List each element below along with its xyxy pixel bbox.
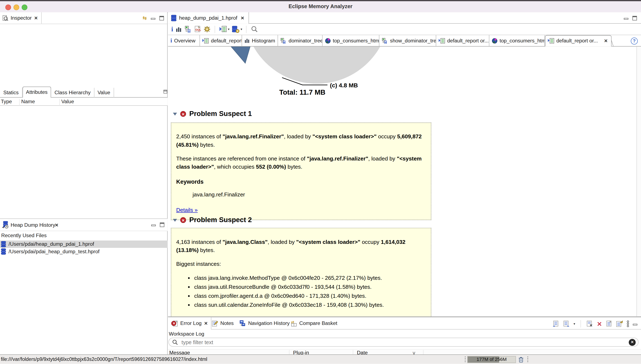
keywords-label: Keywords <box>176 178 426 186</box>
import-log-icon[interactable] <box>563 320 570 327</box>
tab-top-consumers-2[interactable]: top_consumers_html <box>489 35 545 46</box>
tab-default-report-2[interactable]: default_report or... <box>436 35 489 46</box>
suspect-1-box: 2,450 instances of "java.lang.ref.Finali… <box>171 122 431 220</box>
overview-info-icon[interactable]: i <box>171 26 173 33</box>
drag-handle[interactable] <box>465 356 466 362</box>
histogram-icon <box>245 38 250 43</box>
open-log-icon[interactable] <box>606 320 612 327</box>
inspector-tab-strip: StaticsAttributesClass HierarchyValue <box>0 87 168 98</box>
collapse-arrow-icon[interactable] <box>173 112 177 115</box>
instance-item: class sun.util.calendar.ZoneInfoFile @ 0… <box>194 301 426 309</box>
report-content[interactable]: (c) 4.8 MB Total: 11.7 MB ✕ Problem Susp… <box>168 46 641 316</box>
tab-statics[interactable]: Statics <box>0 88 22 98</box>
heap-dump-history-title: Heap Dump History <box>11 222 55 228</box>
heap-dump-history-close-icon[interactable]: ✕ <box>55 222 59 228</box>
close-window-button[interactable] <box>5 4 11 10</box>
zoom-window-button[interactable] <box>22 4 27 10</box>
left-sidebar: Inspector ✕ ⇆ StaticsAttributesClass Hie… <box>0 12 168 354</box>
inspector-minimize-icon[interactable] <box>151 18 155 20</box>
tab-show-dominator[interactable]: show_dominator_tre... <box>379 35 436 46</box>
svg-text:✕: ✕ <box>173 321 175 325</box>
column-name[interactable]: Name <box>21 99 35 104</box>
tab-top-consumers-1[interactable]: top_consumers_html <box>323 35 379 46</box>
heap-dump-history-icon <box>2 221 9 229</box>
column-value[interactable]: Value <box>61 99 74 104</box>
report-icon <box>202 38 209 44</box>
pane-maximize-icon[interactable] <box>164 90 167 94</box>
import-dropdown-icon[interactable]: ▾ <box>574 322 575 326</box>
export-log-icon[interactable] <box>552 320 559 327</box>
heap-dump-history-header: Heap Dump History ✕ <box>0 218 168 231</box>
view-menu-icon[interactable] <box>626 320 629 327</box>
tab-compare-basket[interactable]: ⇄ Compare Basket <box>291 317 337 329</box>
dominator-tree-icon[interactable] <box>184 26 192 32</box>
heap-status-gauge[interactable]: 177M of 256M <box>467 356 516 363</box>
tab-default-report-active[interactable]: default_report or... ✕ <box>545 35 612 46</box>
error-badge-icon: ✕ <box>180 217 186 223</box>
column-type[interactable]: Type <box>1 99 12 104</box>
editor-tab-close-icon[interactable]: ✕ <box>241 15 244 20</box>
inspector-view-header: Inspector ✕ ⇆ <box>0 12 167 24</box>
run-gc-trash-icon[interactable] <box>518 356 524 362</box>
run-report-dropdown-icon[interactable]: ▾ <box>228 27 230 31</box>
inspector-maximize-icon[interactable] <box>159 16 164 20</box>
tab-navigation-history[interactable]: Navigation History <box>240 317 290 329</box>
inspector-close-icon[interactable]: ✕ <box>34 15 38 20</box>
compare-dumps-icon[interactable]: ▾ <box>232 26 242 33</box>
editor-maximize-icon[interactable] <box>632 16 637 20</box>
navigation-history-icon <box>240 320 246 326</box>
inspector-view-tab[interactable]: Inspector ✕ <box>0 12 42 24</box>
tab-notes[interactable]: Notes <box>212 317 234 329</box>
compare-dropdown-icon[interactable]: ▾ <box>241 27 242 31</box>
error-log-close-icon[interactable]: ✕ <box>204 321 208 326</box>
log-filter: ✕ <box>168 338 638 347</box>
clear-log-icon[interactable]: ✕ <box>586 320 593 327</box>
customize-gear-icon[interactable] <box>204 26 211 32</box>
tree-icon <box>382 38 388 44</box>
collapse-arrow-icon[interactable] <box>173 218 177 222</box>
delete-log-icon[interactable]: ✕ <box>597 321 602 327</box>
heap-dump-file-row[interactable]: /Users/pdai/heap_dump_pdai_1.hprof <box>0 240 168 248</box>
instance-item: class com.jprofiler.agent.d.a @ 0x6c09ed… <box>194 292 426 300</box>
tab-error-log[interactable]: ✕ Error Log ✕ <box>168 317 211 330</box>
hdh-maximize-icon[interactable] <box>160 222 164 227</box>
restore-log-icon[interactable] <box>615 320 623 327</box>
keyword-value: java.lang.ref.Finalizer <box>192 191 426 199</box>
tab-class-hierarchy[interactable]: Class Hierarchy <box>51 88 94 98</box>
clear-filter-icon[interactable]: ✕ <box>629 339 635 346</box>
tab-value[interactable]: Value <box>94 88 114 98</box>
problem-suspect-1-heading: ✕ Problem Suspect 1 <box>173 110 252 118</box>
editor-tab-heap-dump[interactable]: heap_dump_pdai_1.hprof ✕ <box>168 12 249 24</box>
tab-attributes[interactable]: Attributes <box>22 86 51 98</box>
heap-dump-db-icon <box>171 14 177 21</box>
minimize-window-button[interactable] <box>13 4 19 10</box>
query-search-icon[interactable] <box>251 26 258 33</box>
heap-dump-file-icon <box>1 241 7 248</box>
tree-icon <box>281 38 287 44</box>
filter-input[interactable] <box>181 339 629 346</box>
oql-icon[interactable]: OQL <box>194 26 201 32</box>
tab-dominator-tree[interactable]: dominator_tree <box>278 35 323 46</box>
inspector-icon <box>3 15 8 21</box>
run-report-icon[interactable]: ▾ <box>219 26 230 32</box>
content-scrollbar[interactable] <box>636 46 641 316</box>
details-link[interactable]: Details » <box>176 206 198 214</box>
editor-toolbar: i OQL ▾ ▾ <box>168 24 641 35</box>
histogram-icon[interactable] <box>175 26 182 32</box>
tab-default-report-1[interactable]: default_report or... <box>200 35 242 46</box>
editor-minimize-icon[interactable] <box>624 18 628 20</box>
panel-minimize-icon[interactable] <box>633 324 637 325</box>
heap-dump-file-row[interactable]: /Users/pdai/pdai_heap_dump_test.hprof <box>0 248 168 255</box>
attributes-table-header: Type Name Value <box>0 98 168 106</box>
tab-close-icon[interactable]: ✕ <box>604 38 608 44</box>
tab-overview[interactable]: i Overview <box>168 35 200 46</box>
hdh-minimize-icon[interactable] <box>151 225 156 226</box>
window-title: Eclipse Memory Analyzer <box>0 1 641 12</box>
pin-sync-icon[interactable]: ⇆ <box>143 16 147 20</box>
heap-dump-file-path: /Users/pdai/pdai_heap_dump_test.hprof <box>9 249 100 254</box>
instance-item: class java.lang.invoke.MethodType @ 0x6c… <box>194 274 426 282</box>
drag-handle[interactable] <box>527 356 528 362</box>
log-toolbar: ▾ ✕ ✕ <box>552 320 641 328</box>
biggest-instances-label: Biggest instances: <box>176 260 426 268</box>
tab-histogram[interactable]: Histogram <box>242 35 278 46</box>
